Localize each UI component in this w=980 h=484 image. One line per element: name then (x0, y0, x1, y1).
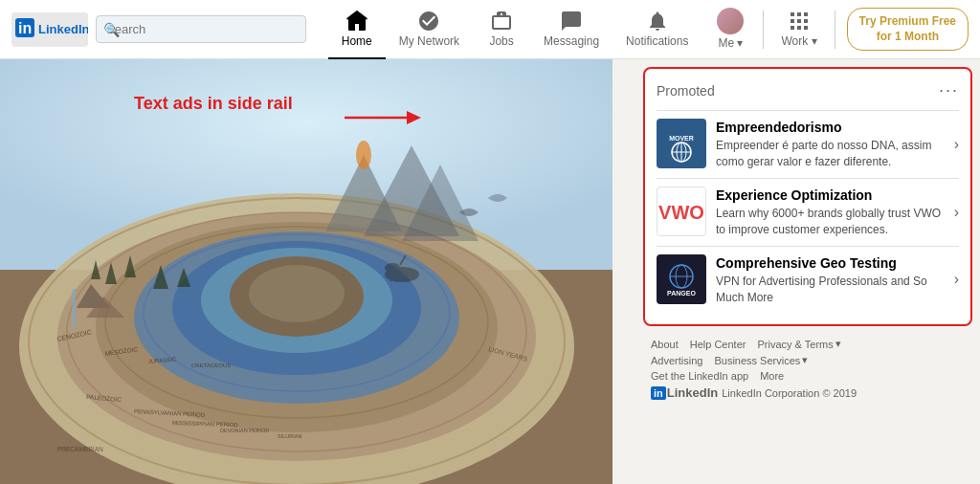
linkedin-logo: in LinkedIn (11, 12, 88, 47)
ad-name-pangeo: Comprehensive Geo Testing (716, 254, 948, 272)
ad-desc-mover: Empreender é parte do nosso DNA, assim c… (716, 138, 948, 170)
svg-text:CRETACEOUS: CRETACEOUS (191, 363, 231, 368)
nav-item-me[interactable]: Me ▾ (702, 0, 759, 59)
svg-text:DEVONIAN PERIOD: DEVONIAN PERIOD (220, 428, 269, 433)
nav-item-home[interactable]: Home (328, 0, 386, 59)
footer-links: About Help Center Privacy & Terms ▾ Adve… (643, 334, 972, 404)
footer-business-services[interactable]: Business Services ▾ (714, 354, 808, 366)
ad-item-pangeo[interactable]: PANGEO Comprehensive Geo Testing VPN for… (657, 246, 959, 314)
ad-text-pangeo: Comprehensive Geo Testing VPN for Advert… (716, 254, 948, 306)
promoted-title: Promoted (657, 83, 715, 99)
ad-item-mover[interactable]: MOVER Empreendedorismo Empreender é part… (657, 110, 959, 178)
chevron-down-icon: ▾ (835, 338, 841, 350)
promoted-more-button[interactable]: ··· (939, 80, 959, 100)
avatar (717, 8, 744, 34)
nav-home-label: Home (342, 34, 372, 48)
nav-messaging-label: Messaging (544, 34, 599, 48)
svg-rect-46 (72, 289, 76, 327)
annotation-text: Text ads in side rail (134, 94, 293, 113)
footer-link-help-center[interactable]: Help Center (690, 339, 746, 350)
nav-network-label: My Network (399, 34, 459, 48)
svg-marker-5 (407, 111, 421, 124)
ad-name-mover: Empreendedorismo (716, 119, 948, 136)
ad-desc-pangeo: VPN for Advertising Professionals and So… (716, 274, 948, 306)
notifications-icon (646, 10, 669, 33)
premium-button[interactable]: Try Premium Free for 1 Month (847, 8, 969, 51)
linkedin-brand-logo: in LinkedIn (651, 385, 718, 400)
promoted-card: Promoted ··· MOVER Empreendedorism (643, 67, 972, 326)
chevron-down-icon-2: ▾ (802, 354, 808, 366)
main-image: CENOZOIC MESOZOIC JURASSIC CRETACEOUS PA… (0, 59, 612, 484)
ad-item-vwo[interactable]: VWO Experience Optimization Learn why 60… (657, 178, 959, 246)
feed-area: Text ads in side rail (0, 59, 635, 484)
ad-logo-pangeo: PANGEO (657, 254, 706, 304)
footer-privacy-terms[interactable]: Privacy & Terms ▾ (757, 338, 840, 350)
footer-link-business-services: Business Services (714, 355, 800, 366)
ad-name-vwo: Experience Optimization (716, 187, 948, 204)
footer-brand: in LinkedIn LinkedIn Corporation © 2019 (651, 385, 965, 400)
svg-point-38 (385, 263, 400, 273)
mover-logo-svg: MOVER (657, 120, 705, 167)
footer-row-1: About Help Center Privacy & Terms ▾ (651, 338, 965, 350)
annotation-arrow (345, 103, 421, 132)
linkedin-wordmark: LinkedIn (667, 385, 718, 400)
linkedin-copyright: LinkedIn Corporation © 2019 (722, 387, 857, 399)
svg-point-15 (249, 265, 345, 322)
svg-text:VWO: VWO (658, 202, 704, 223)
chevron-icon-pangeo: › (954, 271, 959, 288)
nav-item-network[interactable]: My Network (386, 0, 473, 59)
svg-text:PANGEO: PANGEO (667, 290, 696, 297)
ad-logo-mover: MOVER (657, 119, 706, 168)
svg-text:LinkedIn: LinkedIn (38, 22, 88, 36)
work-icon (788, 10, 811, 33)
navbar: in LinkedIn 🔍 Home My Network Jobs (0, 0, 980, 59)
annotation-container: Text ads in side rail (134, 94, 293, 114)
jobs-icon (490, 10, 513, 33)
svg-text:in: in (18, 20, 32, 36)
promoted-header: Promoted ··· (657, 80, 959, 100)
nav-items: Home My Network Jobs Messaging (328, 0, 969, 59)
chevron-icon-vwo: › (954, 204, 959, 221)
messaging-icon (560, 10, 583, 33)
footer-link-privacy: Privacy & Terms (757, 339, 833, 350)
footer-link-advertising[interactable]: Advertising (651, 355, 702, 366)
nav-me-label: Me ▾ (718, 36, 743, 50)
nav-item-messaging[interactable]: Messaging (530, 0, 612, 59)
nav-jobs-label: Jobs (489, 34, 513, 48)
nav-notifications-label: Notifications (626, 34, 688, 48)
footer-row-3: Get the LinkedIn app More (651, 370, 965, 382)
main-content: Text ads in side rail (0, 59, 980, 484)
footer-link-get-app[interactable]: Get the LinkedIn app (651, 370, 748, 382)
ad-text-vwo: Experience Optimization Learn why 6000+ … (716, 187, 948, 238)
svg-text:PRECAMBRIAN: PRECAMBRIAN (57, 446, 103, 452)
footer-link-more[interactable]: More (760, 370, 784, 382)
network-icon (417, 10, 440, 33)
vwo-logo-svg: VWO (657, 187, 705, 235)
chevron-icon-mover: › (954, 136, 959, 153)
ad-desc-vwo: Learn why 6000+ brands globally trust VW… (716, 206, 948, 238)
nav-item-work[interactable]: Work ▾ (768, 0, 830, 59)
nav-item-notifications[interactable]: Notifications (612, 0, 702, 59)
svg-text:SILURIAN: SILURIAN (278, 433, 301, 439)
nav-item-jobs[interactable]: Jobs (473, 0, 530, 59)
geo-spiral-svg: CENOZOIC MESOZOIC JURASSIC CRETACEOUS PA… (0, 59, 612, 484)
ad-logo-vwo: VWO (657, 187, 706, 236)
nav-work-label: Work ▾ (781, 34, 816, 48)
search-input[interactable] (96, 15, 306, 43)
svg-text:MOVER: MOVER (669, 135, 694, 142)
pangeo-logo-svg: PANGEO (657, 255, 705, 303)
sidebar: Promoted ··· MOVER Empreendedorism (635, 59, 980, 484)
ad-text-mover: Empreendedorismo Empreender é parte do n… (716, 119, 948, 170)
nav-divider (763, 11, 764, 49)
nav-divider-2 (835, 11, 835, 49)
footer-row-2: Advertising Business Services ▾ (651, 354, 965, 366)
linkedin-in-badge: in (651, 386, 666, 400)
home-icon (345, 10, 368, 33)
svg-point-45 (356, 141, 371, 169)
footer-link-about[interactable]: About (651, 339, 679, 350)
